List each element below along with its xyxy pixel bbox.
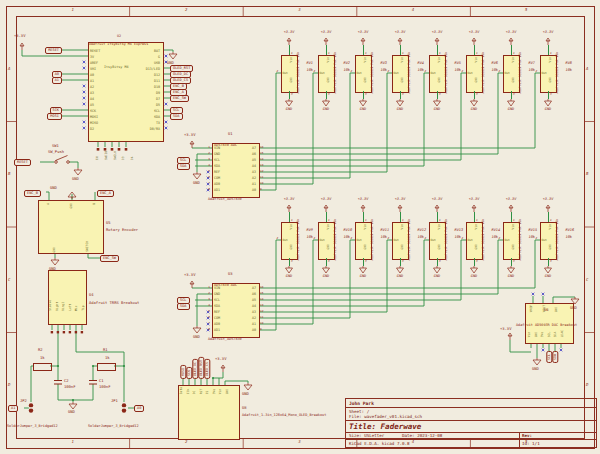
net-label-enc-b[interactable]: ENC_B [24,190,41,198]
r1-ref[interactable]: R1 [103,348,108,352]
fader-potentiometer[interactable]: +3.3V Vin Out GND 1 2 3 GND Adafruit SC6… [308,197,345,289]
title-block-tool: KiCad E.D.A. kicad 7.0.8 [349,441,410,446]
wire [363,258,364,266]
pot-pin-gnd: GND [327,77,330,82]
pin-number: 2 [277,236,279,240]
frame-tick: 2 [185,439,187,444]
frame-tick: D [8,382,10,387]
wire [326,45,327,55]
wire [437,212,438,222]
net-label-sck[interactable]: SCK [186,367,192,379]
fader-potentiometer[interactable]: +3.3V Vin Out GND 1 2 3 GND Adafruit SC6… [530,197,567,289]
mcu-bottom-pin-names: ENSWDIOSWCLKD3D4 [96,151,134,160]
net-label-reset[interactable]: RESET [45,47,62,55]
pot-part-label: Adafruit SC6021 Pot 10k [556,52,559,94]
fader-potentiometer[interactable]: +3.3V Vin Out GND 1 2 3 GND Adafruit SC6… [345,197,382,289]
net-label-oled-rst[interactable]: OLED_RST [198,357,204,379]
jp1-ref[interactable]: JP1 [111,399,118,403]
adc2-right-pin-names: A7 A6 A5 A4 A3 A2 A1 A0 [234,285,256,333]
pot-pin-gnd: GND [401,244,404,249]
gnd-label: GND [530,107,567,111]
pot-part-label: Adafruit SC6021 Pot 10k [408,219,411,261]
trrs-body[interactable] [48,270,87,325]
net-label-oled-dc[interactable]: OLED_DC [192,359,198,379]
jp2-ref[interactable]: JP2 [20,399,27,403]
power-3v3-arrow-icon [285,37,293,45]
frame-tick: C [8,277,10,282]
net-label-enc-a[interactable]: ENC_A [97,190,114,198]
gnd-symbol-icon [543,266,553,274]
pot-pin-out: Out [357,71,362,75]
net-label-oled-cs[interactable]: OLED_CS [204,359,210,379]
fader-potentiometer[interactable]: +3.3V Vin Out GND 1 2 3 GND Adafruit SC6… [382,30,419,122]
net-label-a1[interactable]: A1 [52,77,62,85]
net-label-sda[interactable]: SDA [177,303,190,311]
gnd-label: GND [382,107,419,111]
trrs-pin: Right [56,300,59,311]
net-label-a1[interactable]: A1 [8,405,18,413]
fader-potentiometer[interactable]: +3.3V Vin Out GND 1 2 3 GND Adafruit SC6… [419,197,456,289]
wire [548,45,549,55]
fader-potentiometer[interactable]: +3.3V Vin Out GND 1 2 3 GND Adafruit SC6… [382,197,419,289]
fader-potentiometer[interactable]: +3.3V Vin Out GND 1 2 3 GND Adafruit SC6… [530,30,567,122]
wire [548,212,549,222]
net-label-reset-sw[interactable]: RESET [14,159,31,167]
wire [400,45,401,55]
encoder-pin-b: B [93,203,96,205]
fader-potentiometer[interactable]: +3.3V Vin Out GND 1 2 3 GND Adafruit SC6… [456,197,493,289]
sw1-ref[interactable]: SW1 [52,144,59,148]
resistor-r1[interactable] [97,363,116,371]
gnd-label: GND [456,107,493,111]
pin-number: 3 [476,259,478,263]
net-label-sda[interactable]: SDA [170,113,183,121]
resistor-r2[interactable] [33,363,52,371]
pot-pin-gnd: GND [290,244,293,249]
pot-pin-gnd: GND [290,77,293,82]
fader-potentiometer[interactable]: +3.3V Vin Out GND 1 2 3 GND Adafruit SC6… [493,197,530,289]
pot-pin-vin: Vin [549,224,552,229]
pin-number: 3 [402,259,404,263]
adc2-right-pin-numbers: 16 15 14 13 12 11 10 9 [260,284,263,332]
net-label-sda[interactable]: SDA [177,163,190,171]
pot-pin-out: Out [468,71,473,75]
pot-pin-out: Out [320,238,325,242]
fader-potentiometer[interactable]: +3.3V Vin Out GND 1 2 3 GND Adafruit SC6… [308,30,345,122]
wire [548,91,549,99]
net-label-enc-sw[interactable]: ENC_SW [100,255,119,263]
dac-pin: Vin [528,330,531,337]
pin-number: 2 [425,236,427,240]
net-label-a0[interactable]: A0 [134,405,144,413]
fader-potentiometer[interactable]: +3.3V Vin Out GND 1 2 3 GND Adafruit SC6… [271,197,308,289]
c2-ref[interactable]: C2 [64,379,69,383]
pot-pin-vin: Vin [438,57,441,62]
fader-potentiometer[interactable]: +3.3V Vin Out GND 1 2 3 GND Adafruit SC6… [456,30,493,122]
oled-pin: DC [193,387,196,394]
pot-part-label: Adafruit SC6021 Pot 10k [556,219,559,261]
power-3v3-arrow-icon [322,204,330,212]
net-label-mosi[interactable]: MOSI [47,113,62,121]
wire [289,45,290,55]
mcu-bottom-pin: SWCLK [114,151,117,160]
pot-part-label: Adafruit SC6021 Pot 10k [445,219,448,261]
pot-part-label: Adafruit SC6021 Pot 10k [445,52,448,94]
r2-ref[interactable]: R2 [38,348,43,352]
power-3v3-label: +3.3V [419,30,456,34]
pot-pin-out: Out [283,71,288,75]
gnd-label: GND [419,107,456,111]
fader-potentiometer[interactable]: +3.3V Vin Out GND 1 2 3 GND Adafruit SC6… [345,30,382,122]
adc1-right-pin-names: A7 A6 A5 A4 A3 A2 A1 A0 [234,145,256,193]
frame-tick: 3 [298,439,300,444]
fader-potentiometer[interactable]: +3.3V Vin Out GND 1 2 3 GND Adafruit SC6… [419,30,456,122]
pot-part-label: Adafruit SC6021 Pot 10k [519,219,522,261]
dac-pin: VOUT [543,305,546,312]
gnd-label: GND [50,186,57,190]
fader-potentiometer[interactable]: +3.3V Vin Out GND 1 2 3 GND Adafruit SC6… [271,30,308,122]
pot-pin-out: Out [394,71,399,75]
c1-ref[interactable]: C1 [99,379,104,383]
fader-potentiometer[interactable]: +3.3V Vin Out GND 1 2 3 GND Adafruit SC6… [493,30,530,122]
net-label-mosi[interactable]: MOSI [180,365,186,379]
encoder-ref: U5 [106,221,111,225]
net-label-enc-sw[interactable]: ENC_SW [170,95,189,103]
pin-number: 1 [513,51,515,55]
net-label-sda[interactable]: SDA [552,351,558,363]
